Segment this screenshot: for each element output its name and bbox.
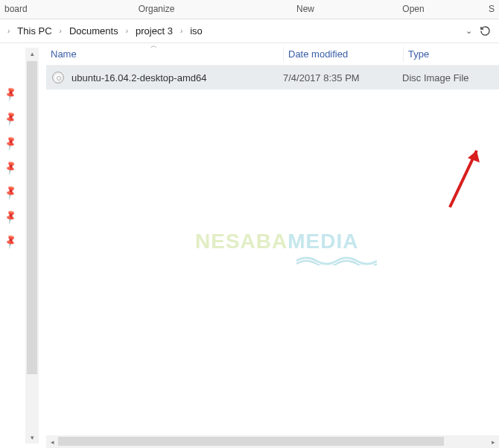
refresh-icon (480, 25, 491, 37)
watermark-text: NESABA (195, 230, 287, 253)
svg-line-0 (450, 151, 477, 207)
pin-icon: 📌 (2, 86, 19, 101)
column-header-date[interactable]: Date modified (284, 48, 403, 60)
address-dropdown-icon[interactable]: ⌄ (461, 26, 477, 36)
pin-icon: 📌 (2, 233, 19, 249)
file-name: ubuntu-16.04.2-desktop-amd64 (71, 72, 283, 83)
address-bar: › This PC › Documents › project 3 › iso … (0, 19, 499, 43)
ribbon-tab-select[interactable]: S (469, 0, 499, 19)
ribbon: board Organize New Open S (0, 0, 499, 19)
file-type: Disc Image File (402, 72, 499, 83)
annotation-arrow-icon (442, 140, 487, 215)
scroll-left-icon[interactable]: ◂ (46, 438, 58, 446)
scroll-down-icon[interactable]: ▾ (25, 432, 39, 444)
chevron-right-icon[interactable]: › (6, 27, 11, 35)
watermark: NESABAMEDIA (195, 230, 358, 253)
disc-image-icon (51, 70, 66, 85)
chevron-right-icon[interactable]: › (58, 27, 63, 35)
breadcrumb-documents[interactable]: Documents (66, 24, 121, 38)
scroll-up-icon[interactable]: ▴ (25, 48, 39, 60)
horizontal-scrollbar[interactable]: ◂ ▸ (46, 435, 499, 448)
svg-marker-1 (468, 151, 480, 163)
quick-access-pins: 📌 📌 📌 📌 📌 📌 📌 (0, 43, 21, 448)
column-header-label: Date modified (288, 48, 348, 60)
chevron-right-icon[interactable]: › (179, 27, 184, 35)
main-area: 📌 📌 📌 📌 📌 📌 📌 ▴ ▾ Name ︿ Date modified (0, 43, 499, 448)
scroll-thumb[interactable] (27, 61, 37, 374)
breadcrumb-project3[interactable]: project 3 (133, 24, 176, 38)
ribbon-tab-new[interactable]: New (253, 0, 357, 19)
ribbon-tab-open[interactable]: Open (357, 0, 469, 19)
column-header-name[interactable]: Name ︿ (46, 48, 283, 60)
pin-icon: 📌 (2, 135, 19, 151)
file-date: 7/4/2017 8:35 PM (283, 72, 402, 83)
pin-icon: 📌 (2, 160, 19, 175)
refresh-button[interactable] (477, 23, 493, 40)
file-list-pane: Name ︿ Date modified Type ubuntu-16.04.2… (46, 43, 499, 448)
ribbon-tab-clipboard[interactable]: board (0, 0, 60, 19)
breadcrumb-iso[interactable]: iso (187, 24, 206, 38)
scroll-thumb[interactable] (58, 437, 444, 446)
pin-icon: 📌 (2, 184, 19, 200)
ribbon-tab-organize[interactable]: Organize (60, 0, 253, 19)
file-row[interactable]: ubuntu-16.04.2-desktop-amd64 7/4/2017 8:… (46, 66, 499, 89)
pin-icon: 📌 (2, 110, 19, 126)
watermark-text: MEDIA (287, 230, 358, 253)
column-header-label: Type (408, 48, 429, 60)
sort-ascending-icon: ︿ (150, 41, 157, 51)
column-header-type[interactable]: Type (404, 48, 499, 60)
column-headers: Name ︿ Date modified Type (46, 43, 499, 66)
scroll-right-icon[interactable]: ▸ (487, 438, 499, 446)
pin-icon: 📌 (2, 209, 19, 224)
breadcrumb-this-pc[interactable]: This PC (14, 24, 54, 38)
nav-pane-edge: 📌 📌 📌 📌 📌 📌 📌 ▴ ▾ (0, 43, 46, 448)
column-header-label: Name (51, 48, 77, 60)
breadcrumb[interactable]: › This PC › Documents › project 3 › iso (6, 24, 461, 38)
watermark-wave-icon (296, 255, 377, 265)
chevron-right-icon[interactable]: › (124, 27, 130, 35)
nav-vertical-scrollbar[interactable]: ▴ ▾ (25, 48, 39, 444)
scroll-track[interactable] (58, 435, 487, 448)
